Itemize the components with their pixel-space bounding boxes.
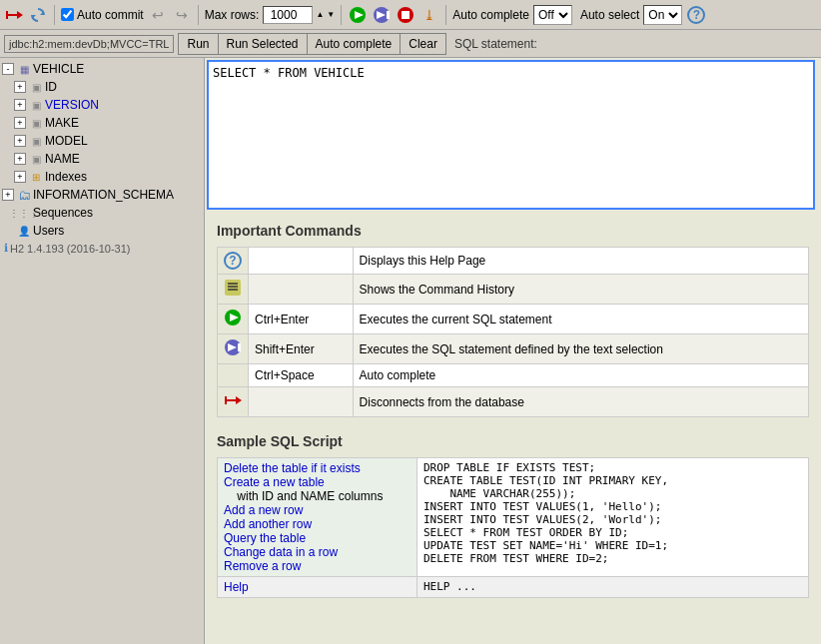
svg-marker-22 <box>236 396 242 404</box>
cmd-row-autocomplete: Ctrl+Space Auto complete <box>218 364 809 387</box>
expand-vehicle[interactable]: - <box>2 63 14 75</box>
max-rows-spinner-down[interactable]: ▼ <box>327 10 335 19</box>
expand-information-schema[interactable]: + <box>2 189 14 201</box>
cmd-icon-help: ? <box>218 248 249 275</box>
col-icon-id: ▣ <box>28 79 44 95</box>
clear-button[interactable]: Clear <box>400 33 446 55</box>
table-icon-vehicle: ▦ <box>16 61 32 77</box>
tree-item-version[interactable]: + ▣ VERSION <box>0 96 204 114</box>
col-icon-version: ▣ <box>28 97 44 113</box>
cmd-desc-disconnect: Disconnects from the database <box>353 387 808 417</box>
auto-complete-label: Auto complete <box>452 8 529 22</box>
run-icon[interactable] <box>348 5 368 25</box>
sample-sql-title: Sample SQL Script <box>217 433 809 449</box>
run-shift-icon[interactable] <box>372 5 392 25</box>
expand-indexes[interactable]: + <box>14 171 26 183</box>
rollback-icon[interactable]: ↪ <box>172 5 192 25</box>
expand-id[interactable]: + <box>14 81 26 93</box>
separator3 <box>341 5 342 25</box>
tree-item-information-schema[interactable]: + 🗂 INFORMATION_SCHEMA <box>0 186 204 204</box>
version-info: ℹ H2 1.4.193 (2016-10-31) <box>0 240 204 257</box>
expand-name[interactable]: + <box>14 153 26 165</box>
separator1 <box>54 5 55 25</box>
cmd-desc-run: Executes the current SQL statement <box>353 305 808 334</box>
create-table-link[interactable]: Create a new table <box>224 475 325 489</box>
svg-rect-12 <box>225 280 241 296</box>
tree-item-sequences[interactable]: ⋮⋮⋮ Sequences <box>0 204 204 222</box>
expand-model[interactable]: + <box>14 135 26 147</box>
top-toolbar: Auto commit ↩ ↪ Max rows: ▲ ▼ ⤓ Auto com… <box>0 0 821 30</box>
help-icon-toolbar[interactable]: ? <box>686 5 706 25</box>
max-rows-input-group: ▲ ▼ <box>263 6 335 24</box>
index-icon: ⊞ <box>28 169 44 185</box>
tree-label-name: NAME <box>45 152 80 166</box>
delete-table-link[interactable]: Delete the table if it exists <box>224 461 361 475</box>
cmd-shortcut-run: Ctrl+Enter <box>249 305 354 334</box>
max-rows-input[interactable] <box>263 6 313 24</box>
stop-icon[interactable] <box>396 5 415 25</box>
cmd-row-run-selection: Shift+Enter Executes the SQL statement d… <box>218 334 809 364</box>
add-another-row-link[interactable]: Add another row <box>224 517 312 531</box>
schema-icon: 🗂 <box>16 187 32 203</box>
auto-commit-label: Auto commit <box>77 8 144 22</box>
sql-editor[interactable]: SELECT * FROM VEHICLE <box>207 60 815 210</box>
sql-statement-label: SQL statement: <box>454 37 537 51</box>
tree-label-make: MAKE <box>45 116 79 130</box>
export-icon[interactable]: ⤓ <box>419 5 439 25</box>
auto-commit-checkbox-label[interactable]: Auto commit <box>61 8 144 22</box>
cmd-row-help: ? Displays this Help Page <box>218 248 809 275</box>
refresh-icon[interactable] <box>28 5 48 25</box>
max-rows-spinner-up[interactable]: ▲ <box>316 10 324 19</box>
sql-editor-area: SELECT * FROM VEHICLE <box>205 58 821 215</box>
cmd-desc-history: Shows the Command History <box>353 275 808 305</box>
expand-make[interactable]: + <box>14 117 26 129</box>
auto-select-select[interactable]: OnOff <box>643 5 682 25</box>
version-label: H2 1.4.193 (2016-10-31) <box>10 243 130 255</box>
run-button[interactable]: Run <box>178 33 217 55</box>
tree-label-id: ID <box>45 80 57 94</box>
sample-help-left: Help <box>218 577 417 598</box>
sample-row-help: Help HELP ... <box>218 577 809 598</box>
auto-commit-checkbox[interactable] <box>61 8 74 21</box>
cmd-row-history: Shows the Command History <box>218 275 809 305</box>
cmd-shortcut-autocomplete: Ctrl+Space <box>249 364 354 387</box>
tree-label-version: VERSION <box>45 98 99 112</box>
svg-rect-9 <box>387 11 390 19</box>
cmd-icon-run-selection <box>218 334 249 364</box>
tree-item-users[interactable]: 👤 Users <box>0 222 204 240</box>
commit-icon[interactable]: ↩ <box>148 5 168 25</box>
cmd-icon-autocomplete <box>218 364 249 387</box>
cmd-shortcut-history <box>249 275 354 305</box>
add-row-link[interactable]: Add a new row <box>224 503 303 517</box>
tree-item-vehicle[interactable]: - ▦ VEHICLE <box>0 60 204 78</box>
right-panel: SELECT * FROM VEHICLE Important Commands… <box>205 58 821 644</box>
tree-item-id[interactable]: + ▣ ID <box>0 78 204 96</box>
tree-item-indexes[interactable]: + ⊞ Indexes <box>0 168 204 186</box>
cmd-row-run: Ctrl+Enter Executes the current SQL stat… <box>218 305 809 334</box>
auto-complete-select[interactable]: OffOn <box>533 5 572 25</box>
tree-item-model[interactable]: + ▣ MODEL <box>0 132 204 150</box>
tree-item-name[interactable]: + ▣ NAME <box>0 150 204 168</box>
tree-label-model: MODEL <box>45 134 88 148</box>
tree-label-users: Users <box>33 224 64 238</box>
run-selected-button[interactable]: Run Selected <box>218 33 307 55</box>
sample-right-col: DROP TABLE IF EXISTS TEST; CREATE TABLE … <box>417 458 809 577</box>
change-data-link[interactable]: Change data in a row <box>224 545 338 559</box>
create-table-subtext: with ID and NAME columns <box>224 489 383 503</box>
tree-item-make[interactable]: + ▣ MAKE <box>0 114 204 132</box>
tree-label-vehicle: VEHICLE <box>33 62 84 76</box>
help-link[interactable]: Help <box>224 580 249 594</box>
expand-version[interactable]: + <box>14 99 26 111</box>
second-toolbar: jdbc:h2:mem:devDb;MVCC=TRL Run Run Selec… <box>0 30 821 58</box>
separator4 <box>445 5 446 25</box>
disconnect-icon[interactable] <box>4 5 24 25</box>
remove-row-link[interactable]: Remove a row <box>224 559 301 573</box>
cmd-row-disconnect: Disconnects from the database <box>218 387 809 417</box>
cmd-shortcut-disconnect <box>249 387 354 417</box>
main-layout: - ▦ VEHICLE + ▣ ID + ▣ VERSION + ▣ MAKE … <box>0 58 821 644</box>
query-table-link[interactable]: Query the table <box>224 531 306 545</box>
version-icon: ℹ <box>4 242 8 255</box>
sample-sql-table: Delete the table if it exists Create a n… <box>217 457 809 598</box>
commands-table: ? Displays this Help Page Shows the Comm… <box>217 247 809 417</box>
auto-complete-button[interactable]: Auto complete <box>307 33 401 55</box>
